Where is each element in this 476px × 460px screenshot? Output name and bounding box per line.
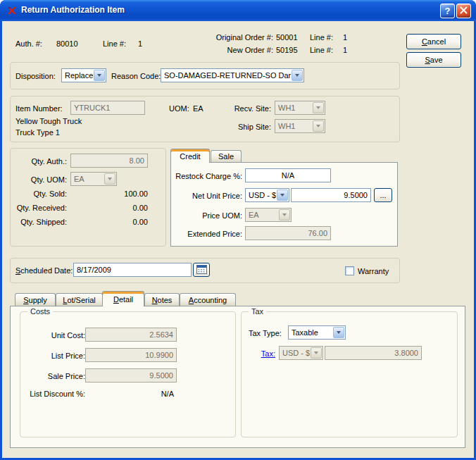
reason-code-select[interactable]: SO-DAMAGED-RETURNED-SO Damaged (161, 68, 304, 82)
reason-code-label: Reason Code: (111, 71, 161, 81)
cancel-button[interactable]: Cancel (406, 34, 461, 49)
tax-currency-select: USD - $ (279, 346, 323, 360)
calendar-icon (196, 264, 207, 275)
disposition-select[interactable]: Replace (61, 68, 106, 82)
tab-credit-label: Credit (180, 152, 200, 161)
chevron-down-icon (311, 347, 322, 359)
qty-uom-select: EA (70, 172, 117, 186)
app-icon (6, 5, 18, 16)
tab-accounting-label: Accounting (189, 296, 227, 304)
price-uom-label: Price UOM: (165, 211, 242, 220)
auth-number-value: 80010 (56, 39, 78, 49)
qty-shipped-value: 0.00 (92, 217, 148, 227)
tab-supply-label: Supply (23, 296, 47, 304)
original-order-value: 50001 (276, 32, 298, 42)
sale-price-label: Sale Price: (25, 371, 85, 381)
chevron-down-icon (94, 70, 105, 81)
extended-price-label: Extended Price: (165, 229, 242, 239)
ship-site-selected-value: WH1 (275, 120, 312, 132)
ship-site-select: WH1 (275, 119, 325, 133)
new-order-line-value: 1 (343, 45, 347, 55)
save-button[interactable]: Save (406, 52, 461, 68)
list-discount-value: N/A (85, 389, 174, 399)
cancel-button-label: Cancel (422, 37, 446, 46)
warranty-label: Warranty (358, 266, 389, 276)
uom-value: EA (193, 104, 203, 113)
net-unit-price-label: Net Unit Price: (165, 191, 242, 201)
item-description-line1: Yellow Tough Truck (15, 116, 82, 126)
tab-sale[interactable]: Sale (211, 150, 242, 162)
qty-auth-label: Qty. Auth.: (11, 156, 67, 166)
recv-site-label: Recv. Site: (222, 104, 271, 113)
disposition-label: Disposition: (15, 71, 56, 81)
price-uom-selected-value: EA (246, 209, 278, 221)
close-button[interactable] (456, 4, 471, 18)
qty-uom-selected-value: EA (71, 173, 104, 185)
tax-group: Tax Tax Type: Taxable Tax: USD - $ (241, 311, 458, 437)
restock-charge-label: Restock Charge %: (165, 171, 242, 181)
chevron-down-icon (277, 189, 288, 201)
ship-site-label: Ship Site: (222, 122, 271, 132)
tax-currency-selected-value: USD - $ (280, 347, 310, 359)
extended-price-field (245, 226, 331, 240)
tab-supply[interactable]: Supply (15, 293, 56, 306)
close-icon (460, 6, 468, 16)
recv-site-select: WH1 (275, 101, 325, 115)
help-button[interactable]: ? (440, 4, 455, 18)
tab-notes[interactable]: Notes (144, 293, 180, 306)
calendar-button[interactable] (193, 263, 210, 277)
tab-accounting[interactable]: Accounting (180, 293, 236, 306)
tax-type-select[interactable]: Taxable (288, 325, 346, 340)
chevron-down-icon (313, 102, 324, 113)
tab-lot-serial[interactable]: Lot/Serial (56, 293, 103, 306)
costs-group-label: Costs (27, 307, 53, 316)
qty-sold-value: 100.00 (92, 189, 148, 199)
net-unit-price-field[interactable] (291, 188, 371, 202)
scheduled-date-label: Scheduled Date: (15, 266, 73, 275)
disposition-selected-value: Replace (62, 69, 93, 82)
tab-detail-label: Detail (113, 295, 133, 304)
tax-type-label: Tax Type: (249, 328, 282, 338)
costs-group: Costs Unit Cost: List Price: Sale Price:… (20, 311, 236, 437)
net-unit-price-currency-select[interactable]: USD - $ (245, 188, 289, 202)
tab-credit[interactable]: Credit (170, 149, 210, 163)
new-order-line-label: Line #: (310, 45, 333, 55)
item-number-field (70, 101, 145, 115)
qty-sold-label: Qty. Sold: (11, 189, 67, 199)
qty-uom-label: Qty. UOM: (11, 175, 67, 185)
tax-group-label: Tax (249, 307, 266, 316)
titlebar[interactable]: Return Authorization Item ? (0, 0, 476, 21)
scheduled-date-input[interactable] (73, 263, 192, 277)
original-order-line-value: 1 (343, 32, 347, 42)
tab-sale-label: Sale (218, 152, 234, 161)
tax-amount-field (325, 346, 422, 360)
tax-link[interactable]: Tax: (254, 349, 275, 359)
chevron-down-icon (333, 327, 344, 338)
sale-price-field (85, 368, 177, 383)
auth-number-label: Auth. #: (15, 39, 42, 49)
unit-cost-field (85, 328, 177, 342)
list-price-label: List Price: (25, 351, 85, 361)
item-description-line2: Truck Type 1 (15, 128, 60, 137)
price-uom-select: EA (245, 208, 292, 222)
qty-auth-field (70, 154, 148, 168)
qty-received-value: 0.00 (92, 203, 148, 213)
restock-charge-field[interactable] (245, 168, 331, 182)
tab-lot-serial-label: Lot/Serial (63, 296, 95, 304)
chevron-down-icon (279, 209, 290, 220)
warranty-checkbox[interactable] (345, 266, 354, 275)
list-discount-label: List Discount %: (22, 389, 85, 399)
auth-line-value: 1 (138, 39, 142, 49)
chevron-down-icon (292, 70, 303, 81)
qty-received-label: Qty. Received: (11, 203, 67, 213)
tax-type-selected-value: Taxable (289, 326, 332, 339)
price-lookup-button[interactable]: ... (374, 188, 392, 202)
return-authorization-item-window: Return Authorization Item ? Auth. #: 800… (0, 0, 476, 460)
new-order-label: New Order #: (183, 45, 273, 55)
tab-detail[interactable]: Detail (102, 291, 144, 306)
new-order-value: 50195 (276, 45, 298, 55)
question-mark-icon: ? (445, 6, 451, 16)
list-price-field (85, 348, 177, 362)
unit-cost-label: Unit Cost: (25, 330, 85, 340)
tab-notes-label: Notes (152, 296, 173, 304)
